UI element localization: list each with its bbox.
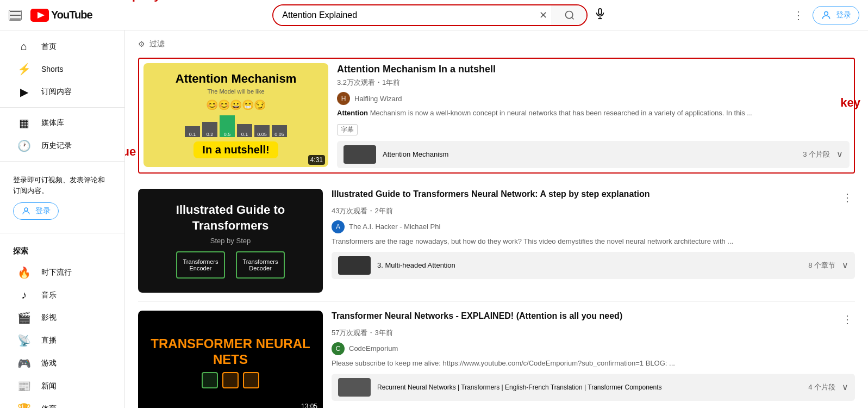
header-right: ⋮ 登录 bbox=[793, 6, 859, 24]
sidebar-label-live: 直播 bbox=[41, 336, 57, 345]
sidebar-login-button[interactable]: 登录 bbox=[13, 202, 59, 220]
video-title-3: Transformer Neural Networks - EXPLAINED!… bbox=[332, 311, 622, 322]
thumb-title-3: TRANSFORMER NEURAL NETS bbox=[138, 336, 323, 368]
logo-text: YouTube bbox=[51, 9, 92, 21]
sidebar-login-label: 登录 bbox=[35, 206, 51, 216]
sign-in-label: 登录 bbox=[836, 10, 851, 20]
query-annotation-label: query bbox=[128, 0, 161, 2]
key-annotation-label: key bbox=[840, 96, 860, 110]
filter-label: 过滤 bbox=[149, 39, 165, 49]
logo[interactable]: YouTube bbox=[30, 9, 92, 22]
video-item-featured[interactable]: Attention Mechanism The Model will be li… bbox=[138, 58, 855, 174]
filter-icon: ⚙ bbox=[138, 40, 145, 48]
thumb-subtitle-2: Step by Step bbox=[210, 237, 251, 245]
chapter-title-2: 3. Multi-headed Attention bbox=[377, 261, 802, 269]
chapter-thumb-2 bbox=[338, 256, 371, 275]
video-desc-1: Attention Mechanism is now a well-known … bbox=[337, 108, 850, 118]
library-icon: ▦ bbox=[17, 116, 30, 129]
video-item-2[interactable]: Illustrated Guide to Transformers Step b… bbox=[138, 180, 855, 302]
svg-rect-4 bbox=[599, 9, 602, 15]
sports-icon: 🏆 bbox=[17, 403, 30, 408]
header-left: YouTube bbox=[9, 9, 92, 22]
thumb-boxes: TransformersEncoder TransformersDecoder bbox=[176, 251, 285, 279]
sidebar-item-subscriptions[interactable]: ▶ 订阅内容 bbox=[4, 81, 120, 103]
chapter-arrow-1: ∨ bbox=[836, 149, 843, 159]
search-area: ✕ bbox=[101, 4, 784, 26]
search-input[interactable] bbox=[273, 5, 535, 25]
sign-in-button[interactable]: 登录 bbox=[813, 6, 859, 24]
search-icon bbox=[564, 10, 575, 21]
video-meta-1: 3.2万次观看・1年前 bbox=[337, 78, 850, 88]
desc-highlight-1: Attention bbox=[337, 109, 368, 117]
search-clear-button[interactable]: ✕ bbox=[535, 9, 552, 21]
video-info-2: Illustrated Guide to Transformers Neural… bbox=[332, 189, 855, 293]
sidebar-item-music[interactable]: ♪ 音乐 bbox=[4, 285, 120, 306]
subscriptions-icon: ▶ bbox=[17, 85, 30, 98]
history-icon: 🕐 bbox=[17, 139, 30, 152]
caption-badge-1: 字幕 bbox=[337, 122, 850, 135]
sidebar-item-home[interactable]: ⌂ 首页 bbox=[4, 36, 120, 57]
more-options-button-2[interactable]: ⋮ bbox=[840, 189, 855, 206]
channel-avatar-2: A bbox=[332, 220, 345, 233]
account-icon bbox=[821, 10, 832, 21]
sidebar-login-text: 登录即可订视频、发表评论和订阅内容。 bbox=[13, 175, 111, 196]
microphone-button[interactable] bbox=[588, 8, 613, 22]
svg-point-8 bbox=[24, 208, 28, 211]
trending-icon: 🔥 bbox=[17, 266, 30, 279]
chapter-count-3: 4 个片段 bbox=[808, 382, 835, 392]
video-item-3[interactable]: TRANSFORMER NEURAL NETS 13:05 bbox=[138, 302, 855, 408]
chapters-row-2[interactable]: 3. Multi-headed Attention 8 个章节 ∨ bbox=[332, 252, 855, 279]
chapter-count-1: 3 个片段 bbox=[803, 150, 830, 159]
results-list: Attention Mechanism The Model will be li… bbox=[138, 58, 855, 408]
chapters-row-1[interactable]: Attention Mechanism 3 个片段 ∨ bbox=[337, 141, 850, 168]
menu-button[interactable] bbox=[9, 10, 22, 21]
thumb-diagram bbox=[202, 372, 259, 388]
header: YouTube query ✕ bbox=[0, 0, 868, 30]
sidebar: ⌂ 首页 ⚡ Shorts ▶ 订阅内容 ▦ 媒体库 🕐 历史记录 bbox=[0, 30, 125, 408]
main-content: ⚙ 过滤 value key Attention Mechanism bbox=[125, 30, 868, 408]
chapters-row-3[interactable]: Recurrent Neural Networks | Transformers… bbox=[332, 374, 855, 401]
channel-row-2: A The A.I. Hacker - Michael Phi bbox=[332, 220, 855, 233]
sidebar-label-home: 首页 bbox=[41, 42, 57, 52]
music-icon: ♪ bbox=[17, 289, 30, 301]
live-icon: 📡 bbox=[17, 334, 30, 347]
sidebar-item-shorts[interactable]: ⚡ Shorts bbox=[4, 58, 120, 80]
sidebar-item-news[interactable]: 📰 新闻 bbox=[4, 375, 120, 397]
chapter-title-3: Recurrent Neural Networks | Transformers… bbox=[377, 384, 802, 391]
thumbnail-wrap-2: Illustrated Guide to Transformers Step b… bbox=[138, 189, 323, 293]
diagram-box-1 bbox=[202, 372, 218, 388]
microphone-icon bbox=[594, 8, 606, 20]
explore-section-label: 探索 bbox=[0, 238, 124, 261]
channel-name-3: CodeEmporium bbox=[349, 344, 398, 353]
news-icon: 📰 bbox=[17, 380, 30, 393]
sidebar-item-live[interactable]: 📡 直播 bbox=[4, 330, 120, 351]
sidebar-item-history[interactable]: 🕐 历史记录 bbox=[4, 135, 120, 157]
sidebar-divider-3 bbox=[0, 233, 124, 233]
channel-avatar-1: H bbox=[337, 92, 350, 105]
shorts-icon: ⚡ bbox=[17, 63, 30, 76]
thumb-subtitle-1: The Model will be like bbox=[207, 88, 264, 95]
video-duration-1: 4:31 bbox=[308, 155, 325, 165]
sidebar-label-library: 媒体库 bbox=[41, 118, 64, 128]
sidebar-label-history: 历史记录 bbox=[41, 141, 72, 151]
sidebar-item-library[interactable]: ▦ 媒体库 bbox=[4, 112, 120, 134]
more-options-button-3[interactable]: ⋮ bbox=[840, 311, 855, 328]
channel-row-1: H Halfling Wizard bbox=[337, 92, 850, 105]
thumbnail-wrap-1: Attention Mechanism The Model will be li… bbox=[143, 63, 328, 168]
more-options-button[interactable]: ⋮ bbox=[793, 9, 804, 22]
chapter-thumb-3 bbox=[338, 378, 371, 397]
channel-name-2: The A.I. Hacker - Michael Phi bbox=[349, 222, 440, 231]
video-title-2: Illustrated Guide to Transformers Neural… bbox=[332, 189, 650, 200]
sidebar-item-movies[interactable]: 🎬 影视 bbox=[4, 307, 120, 329]
search-button[interactable] bbox=[552, 5, 586, 25]
video-meta-2: 43万次观看・2年前 bbox=[332, 206, 855, 216]
video-info-1: Attention Mechanism In a nutshell 3.2万次观… bbox=[337, 63, 850, 168]
video-desc-3: Please subscribe to keep me alive: https… bbox=[332, 358, 855, 368]
video-title-1: Attention Mechanism In a nutshell bbox=[337, 63, 850, 76]
sidebar-label-trending: 时下流行 bbox=[41, 268, 72, 277]
sidebar-item-gaming[interactable]: 🎮 游戏 bbox=[4, 353, 120, 374]
sidebar-item-sports[interactable]: 🏆 体育 bbox=[4, 398, 120, 408]
channel-row-3: C CodeEmporium bbox=[332, 342, 855, 355]
sidebar-item-trending[interactable]: 🔥 时下流行 bbox=[4, 262, 120, 283]
sidebar-label-movies: 影视 bbox=[41, 313, 57, 323]
